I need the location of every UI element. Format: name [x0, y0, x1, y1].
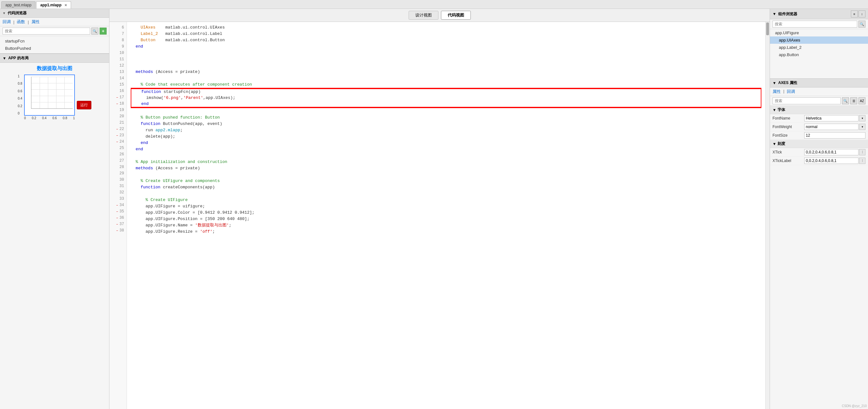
tab-close-icon[interactable]: ✕: [64, 3, 67, 7]
tab-label-active: app1.mlapp: [40, 3, 62, 7]
minus-icon-38[interactable]: –: [116, 229, 118, 232]
tab-app1[interactable]: app1.mlapp ✕: [36, 1, 71, 8]
line-num-27: 27: [110, 158, 127, 164]
tree-item-app-Button[interactable]: app.Button: [770, 51, 868, 58]
font-section-header: ▼ 字体: [770, 106, 868, 114]
nav-property[interactable]: 属性: [31, 19, 40, 25]
minus-icon-24[interactable]: –: [116, 140, 118, 144]
right-panel: ▼ 组件浏览器 ≡ ↕ 🔍 app.UIFigureapp.UIAxesapp.…: [770, 9, 868, 409]
code-search-input[interactable]: [3, 28, 90, 35]
code-content[interactable]: UIAxes matlab.ui.control.UIAxes Label_2 …: [127, 22, 765, 409]
code-line-11: [131, 56, 762, 63]
design-view-btn[interactable]: 设计视图: [409, 11, 438, 20]
grid-h-2: [31, 90, 73, 90]
font-collapse-tri[interactable]: ▼: [773, 108, 776, 112]
code-line-24: end: [131, 140, 762, 146]
editor-scrollbar[interactable]: [765, 22, 770, 409]
line-num-31: 31: [110, 183, 127, 189]
axes-properties: ▼ AXES 属性 属性 | 回调 🔍 ☰ AZ ▼ 字体 FontN: [770, 79, 868, 409]
comp-sort-btn[interactable]: ↕: [859, 10, 865, 18]
code-line-10: [131, 50, 762, 56]
prop-fontname: FontName ▾: [770, 114, 868, 123]
tree-item-app-UIFigure[interactable]: app.UIFigure: [770, 29, 868, 36]
code-line-22: run app2.mlapp;: [131, 127, 762, 134]
app-collapse-icon[interactable]: ▼: [3, 56, 6, 61]
minus-icon-17[interactable]: –: [116, 96, 118, 99]
comp-search-row: 🔍: [770, 19, 868, 29]
code-line-16: function startupFcn(app): [131, 89, 761, 95]
axes-search-button[interactable]: 🔍: [842, 97, 849, 104]
comp-search-input[interactable]: [773, 21, 857, 28]
component-browser: ▼ 组件浏览器 ≡ ↕ 🔍 app.UIFigureapp.UIAxesapp.…: [770, 9, 868, 79]
line-num-37: –37: [110, 221, 127, 227]
code-line-25: end: [131, 146, 762, 152]
line-num-38: –38: [110, 227, 127, 234]
tree-item-app-UIAxes[interactable]: app.UIAxes: [770, 36, 868, 44]
axes-collapse-icon[interactable]: ▼: [773, 81, 776, 85]
line-num-26: 26: [110, 151, 127, 158]
code-line-27: % App initialization and construction: [131, 159, 762, 165]
line-num-28: 28: [110, 164, 127, 170]
tree-item-app-Label_2[interactable]: app.Label_2: [770, 44, 868, 51]
minus-icon-34[interactable]: –: [116, 203, 118, 207]
minus-icon-36[interactable]: –: [116, 216, 118, 220]
code-line-12: [131, 63, 762, 69]
app-layout-header: ▼ APP 的布局: [0, 54, 109, 63]
scale-collapse-tri[interactable]: ▼: [773, 142, 776, 146]
code-line-35: app.UIFigure.Color = [0.9412 0.9412 0.94…: [131, 210, 762, 216]
line-num-25: 25: [110, 145, 127, 151]
nav-callback[interactable]: 回调: [3, 19, 11, 25]
fontweight-input[interactable]: [804, 124, 859, 130]
axes-az-btn[interactable]: AZ: [859, 97, 865, 104]
xticklabel-dots[interactable]: ⋮: [859, 158, 865, 164]
fontsize-input[interactable]: [804, 132, 865, 139]
app-layout-content: 数据提取与出图 1 0.8 0.6 0.4 0.2 0: [0, 63, 109, 123]
collapse-icon[interactable]: ▼: [3, 11, 6, 15]
fontname-input[interactable]: [804, 115, 859, 122]
grid-h-4: [31, 102, 73, 102]
code-item-buttonpushed[interactable]: ButtonPushed: [0, 45, 109, 52]
minus-icon-23[interactable]: –: [116, 134, 118, 137]
axes-nav-property[interactable]: 属性: [773, 89, 781, 95]
prop-fontweight: FontWeight ▾: [770, 123, 868, 131]
code-line-17: imshow('6.png','Parent',app.UIAxes);: [131, 95, 761, 101]
run-button[interactable]: 运行: [77, 101, 91, 109]
minus-icon-37[interactable]: –: [116, 222, 118, 226]
line-num-29: 29: [110, 170, 127, 177]
line-num-6: 6: [110, 25, 127, 31]
line-num-9: 9: [110, 43, 127, 50]
app-canvas: [24, 74, 75, 116]
line-num-10: 10: [110, 50, 127, 56]
code-item-startup[interactable]: startupFcn: [0, 37, 109, 45]
code-view-btn[interactable]: 代码视图: [441, 11, 471, 20]
code-search-button[interactable]: 🔍: [91, 28, 98, 35]
line-num-12: 12: [110, 63, 127, 69]
code-line-18: end: [131, 101, 761, 107]
line-num-7: 7: [110, 31, 127, 37]
axes-search-input[interactable]: [773, 97, 841, 104]
fontname-dropdown[interactable]: ▾: [859, 115, 865, 122]
comp-collapse-icon[interactable]: ▼: [773, 12, 776, 16]
code-line-31: function createComponents(app): [131, 184, 762, 191]
minus-icon-22[interactable]: –: [116, 127, 118, 131]
xtick-input[interactable]: [804, 149, 859, 156]
scale-section-header: ▼ 刻度: [770, 140, 868, 148]
line-num-20: 20: [110, 113, 127, 120]
axes-nav-callback[interactable]: 回调: [787, 89, 795, 95]
line-num-13: 13: [110, 69, 127, 75]
axes-list-btn[interactable]: ☰: [850, 97, 857, 104]
nav-sep2: |: [28, 20, 29, 25]
nav-function[interactable]: 函数: [17, 19, 25, 25]
comp-tree-btn[interactable]: ≡: [851, 10, 858, 18]
component-tree: app.UIFigureapp.UIAxesapp.Label_2app.But…: [770, 29, 868, 58]
xticklabel-input[interactable]: [804, 158, 859, 164]
minus-icon-18[interactable]: –: [116, 102, 118, 106]
tab-app-test[interactable]: app_test.mlapp: [1, 1, 35, 8]
minus-icon-35[interactable]: –: [116, 210, 118, 213]
comp-search-button[interactable]: 🔍: [859, 21, 865, 28]
plot-area: [31, 77, 73, 109]
xtick-dots[interactable]: ⋮: [859, 149, 865, 156]
code-add-button[interactable]: +: [100, 28, 106, 35]
fontweight-dropdown[interactable]: ▾: [859, 124, 865, 130]
line-num-36: –36: [110, 215, 127, 221]
